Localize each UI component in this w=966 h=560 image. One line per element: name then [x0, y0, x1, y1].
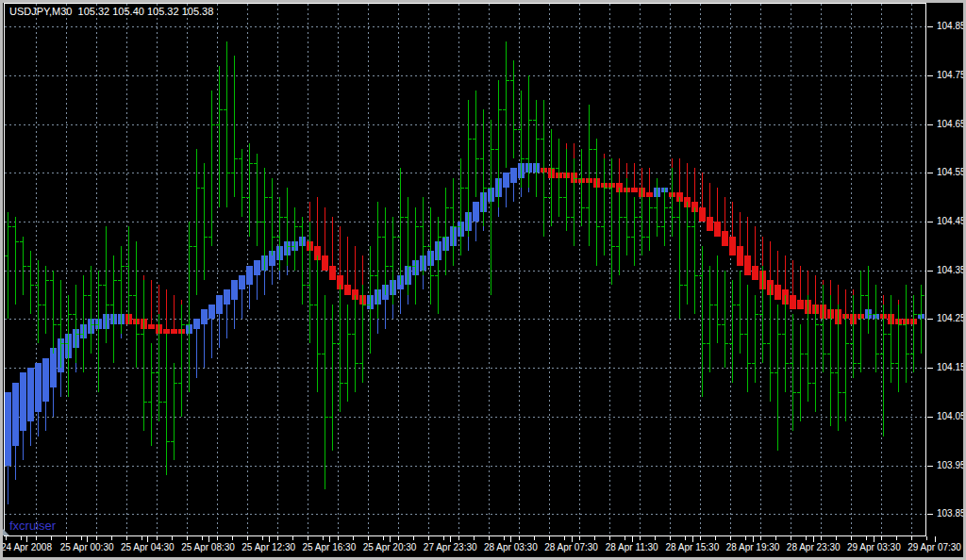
price-tick-label: 104.85: [937, 22, 966, 31]
time-tick-label: 28 Apr 07:30: [544, 542, 598, 552]
mt4-chart-window: USDJPY,M30 105.32 105.40 105.32 105.38 f…: [0, 0, 966, 560]
price-tick: [927, 319, 933, 320]
time-tick: [609, 536, 610, 540]
time-tick: [821, 536, 822, 540]
time-tick: [111, 536, 112, 540]
price-tick-label: 103.95: [937, 461, 966, 470]
time-tick: [640, 536, 641, 540]
time-tick: [308, 536, 308, 540]
time-tick: [323, 536, 324, 540]
time-tick: [715, 536, 716, 540]
time-tick: [187, 536, 188, 540]
price-tick-label: 104.65: [937, 120, 966, 129]
time-tick-label: 27 Apr 23:30: [424, 542, 477, 552]
time-tick: [21, 536, 22, 540]
price-tick: [927, 222, 933, 222]
time-tick: [700, 536, 701, 540]
time-tick: [368, 536, 369, 540]
time-tick: [806, 536, 807, 540]
time-tick: [96, 536, 97, 540]
chart-title: USDJPY,M30 105.32 105.40 105.32 105.38: [9, 6, 213, 17]
time-tick: [866, 536, 867, 540]
price-tick-label: 104.25: [937, 314, 966, 323]
price-tick: [927, 368, 933, 369]
price-tick-label: 103.85: [937, 509, 966, 519]
time-tick: [81, 536, 82, 540]
time-tick-label: 28 Apr 03:30: [484, 542, 538, 552]
time-tick: [881, 536, 882, 540]
price-tick: [927, 466, 933, 467]
time-tick-label: 24 Apr 2008: [1, 542, 52, 552]
time-tick: [625, 536, 625, 540]
chart-canvas: [5, 4, 925, 535]
price-tick: [927, 75, 933, 76]
time-tick: [36, 536, 37, 540]
time-tick: [277, 536, 278, 540]
time-tick: [564, 536, 565, 540]
time-tick: [126, 536, 127, 540]
price-tick: [927, 271, 933, 272]
time-tick: [670, 536, 671, 540]
time-tick: [338, 536, 339, 540]
time-tick: [791, 536, 791, 540]
price-tick-label: 104.15: [937, 363, 966, 372]
time-tick: [851, 536, 852, 540]
time-tick: [172, 536, 173, 540]
time-tick: [413, 536, 414, 540]
price-tick: [927, 124, 933, 125]
time-tick: [775, 536, 776, 540]
time-tick: [398, 536, 399, 540]
time-tick: [51, 536, 52, 540]
price-scale[interactable]: 104.85104.75104.65104.55104.45104.35104.…: [927, 0, 966, 535]
price-tick-label: 104.75: [937, 71, 966, 80]
time-tick: [836, 536, 837, 540]
time-tick-label: 28 Apr 23:30: [787, 542, 841, 552]
time-tick-label: 25 Apr 08:30: [181, 542, 235, 552]
price-tick: [927, 514, 933, 515]
price-tick-label: 104.35: [937, 266, 966, 275]
time-tick-label: 28 Apr 19:30: [726, 542, 780, 552]
price-tick-label: 104.05: [937, 412, 966, 421]
time-tick: [745, 536, 746, 540]
time-scale[interactable]: 24 Apr 200825 Apr 00:3025 Apr 04:3025 Ap…: [0, 536, 966, 560]
time-tick: [6, 536, 7, 540]
price-tick: [927, 417, 933, 418]
time-tick: [292, 536, 293, 540]
time-tick: [383, 536, 384, 540]
time-tick-label: 25 Apr 00:30: [60, 542, 114, 552]
watermark-label: fxcruiser: [9, 519, 56, 533]
time-tick: [534, 536, 535, 540]
time-tick: [594, 536, 595, 540]
time-tick: [353, 536, 354, 540]
time-tick: [685, 536, 686, 540]
time-tick: [262, 536, 263, 540]
chart-plot-area[interactable]: USDJPY,M30 105.32 105.40 105.32 105.38 f…: [4, 3, 926, 536]
time-tick: [202, 536, 203, 540]
time-tick: [489, 536, 490, 540]
time-tick: [458, 536, 459, 540]
time-tick: [549, 536, 550, 540]
time-tick: [504, 536, 505, 540]
time-tick-label: 25 Apr 20:30: [363, 542, 417, 552]
time-tick: [579, 536, 580, 540]
time-tick-label: 29 Apr 07:30: [908, 542, 961, 552]
price-tick-label: 104.55: [937, 168, 966, 177]
time-tick: [66, 536, 67, 540]
price-tick: [927, 173, 933, 173]
time-tick-label: 25 Apr 04:30: [121, 542, 175, 552]
time-tick: [730, 536, 731, 540]
time-tick: [247, 536, 248, 540]
time-tick-label: 29 Apr 03:30: [847, 542, 901, 552]
time-tick: [443, 536, 444, 540]
time-tick: [428, 536, 429, 540]
time-tick: [760, 536, 761, 540]
time-tick: [474, 536, 475, 540]
time-tick: [519, 536, 520, 540]
time-tick: [157, 536, 158, 540]
time-tick: [232, 536, 233, 540]
time-tick: [896, 536, 897, 540]
time-tick-label: 28 Apr 15:30: [666, 542, 720, 552]
price-tick-label: 104.45: [937, 217, 966, 226]
time-tick: [217, 536, 218, 540]
time-tick-label: 28 Apr 11:30: [606, 542, 658, 552]
